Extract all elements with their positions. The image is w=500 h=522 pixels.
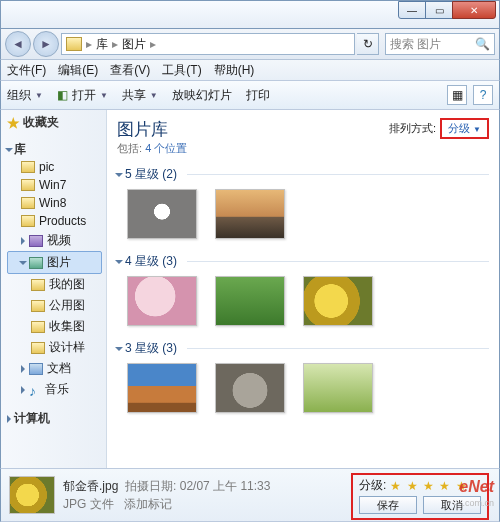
- group-5star: 5 星级 (2): [117, 166, 489, 243]
- details-rating-block: 分级: ★ ★ ★ ★ ★ 保存 取消: [351, 473, 489, 520]
- breadcrumb-lib[interactable]: 图片: [122, 36, 146, 53]
- details-tags-prompt[interactable]: 添加标记: [124, 497, 172, 511]
- thumbnail[interactable]: [127, 276, 197, 326]
- collapse-icon: [115, 347, 123, 351]
- thumbnail[interactable]: [215, 363, 285, 413]
- breadcrumb-sep-icon: ▸: [110, 37, 120, 51]
- refresh-button[interactable]: ↻: [357, 33, 379, 55]
- expand-icon: [21, 237, 25, 245]
- sidebar-libraries[interactable]: 库: [7, 141, 102, 158]
- details-date-value: 02/07 上午 11:33: [180, 479, 271, 493]
- sidebar-item-collect[interactable]: 收集图: [7, 316, 102, 337]
- chevron-down-icon: ▼: [473, 125, 481, 134]
- folder-icon: [31, 342, 45, 354]
- sidebar-item-pictures[interactable]: 图片: [7, 251, 102, 274]
- toolbar: 组织▼ ◧打开▼ 共享▼ 放映幻灯片 打印 ▦ ?: [0, 80, 500, 110]
- menu-tools[interactable]: 工具(T): [162, 62, 201, 79]
- sidebar-item-publicpics[interactable]: 公用图: [7, 295, 102, 316]
- sidebar-item-video[interactable]: 视频: [7, 230, 102, 251]
- search-icon: 🔍: [475, 37, 490, 51]
- collapse-icon: [115, 173, 123, 177]
- details-type: JPG 文件: [63, 497, 114, 511]
- cancel-button[interactable]: 取消: [423, 496, 481, 514]
- save-button[interactable]: 保存: [359, 496, 417, 514]
- sidebar-item-products[interactable]: Products: [7, 212, 102, 230]
- sort-control[interactable]: 排列方式: 分级 ▼: [389, 118, 489, 139]
- back-button[interactable]: ◄: [5, 31, 31, 57]
- sidebar-item-design[interactable]: 设计样: [7, 337, 102, 358]
- group-header[interactable]: 4 星级 (3): [117, 253, 489, 270]
- search-placeholder: 搜索 图片: [390, 36, 441, 53]
- sidebar-item-docs[interactable]: 文档: [7, 358, 102, 379]
- close-button[interactable]: ✕: [452, 1, 496, 19]
- pictures-icon: [29, 257, 43, 269]
- folder-icon: [21, 197, 35, 209]
- thumbnail[interactable]: [215, 189, 285, 239]
- navbar: ◄ ► ▸ 库 ▸ 图片 ▸ ↻ 搜索 图片 🔍: [0, 28, 500, 60]
- sidebar-item-pic[interactable]: pic: [7, 158, 102, 176]
- details-filename: 郁金香.jpg: [63, 479, 118, 493]
- rating-stars[interactable]: ★ ★ ★ ★ ★: [390, 479, 467, 493]
- sidebar-computer[interactable]: 计算机: [7, 410, 102, 427]
- divider: [187, 348, 489, 349]
- print-button[interactable]: 打印: [246, 87, 270, 104]
- chevron-down-icon: ▼: [150, 91, 158, 100]
- thumbnail[interactable]: [215, 276, 285, 326]
- window-controls: — ▭ ✕: [399, 1, 496, 19]
- menubar: 文件(F) 编辑(E) 查看(V) 工具(T) 帮助(H): [0, 60, 500, 80]
- share-button[interactable]: 共享▼: [122, 87, 158, 104]
- sidebar-item-win8[interactable]: Win8: [7, 194, 102, 212]
- folder-icon: [31, 321, 45, 333]
- library-title: 图片库: [117, 118, 187, 141]
- thumbnail[interactable]: [127, 363, 197, 413]
- menu-view[interactable]: 查看(V): [110, 62, 150, 79]
- breadcrumb-root[interactable]: 库: [96, 36, 108, 53]
- folder-icon: [31, 300, 45, 312]
- folder-icon: [21, 179, 35, 191]
- thumbnail[interactable]: [303, 276, 373, 326]
- address-bar[interactable]: ▸ 库 ▸ 图片 ▸: [61, 33, 355, 55]
- sidebar-favorites[interactable]: ★收藏夹: [7, 114, 102, 131]
- sort-value[interactable]: 分级 ▼: [440, 118, 489, 139]
- maximize-button[interactable]: ▭: [425, 1, 453, 19]
- expand-icon: [19, 261, 27, 265]
- details-meta: 郁金香.jpg 拍摄日期: 02/07 上午 11:33 JPG 文件 添加标记: [63, 477, 270, 513]
- group-4star: 4 星级 (3): [117, 253, 489, 330]
- library-locations-link[interactable]: 4 个位置: [145, 142, 187, 154]
- minimize-button[interactable]: —: [398, 1, 426, 19]
- forward-button[interactable]: ►: [33, 31, 59, 57]
- explorer-main: ★收藏夹 库 pic Win7 Win8 Products 视频 图片 我的图 …: [0, 110, 500, 468]
- menu-file[interactable]: 文件(F): [7, 62, 46, 79]
- documents-icon: [29, 363, 43, 375]
- breadcrumb-sep-icon: ▸: [148, 37, 158, 51]
- rating-label: 分级:: [359, 477, 386, 494]
- library-subtitle: 包括: 4 个位置: [117, 141, 187, 156]
- sidebar-item-win7[interactable]: Win7: [7, 176, 102, 194]
- folder-icon: [21, 161, 35, 173]
- details-date-label: 拍摄日期:: [125, 479, 176, 493]
- music-icon: [29, 383, 41, 397]
- slideshow-button[interactable]: 放映幻灯片: [172, 87, 232, 104]
- search-input[interactable]: 搜索 图片 🔍: [385, 33, 495, 55]
- details-thumbnail: [9, 476, 55, 514]
- organize-button[interactable]: 组织▼: [7, 87, 43, 104]
- thumbnail[interactable]: [127, 189, 197, 239]
- sidebar-item-mypics[interactable]: 我的图: [7, 274, 102, 295]
- group-header[interactable]: 5 星级 (2): [117, 166, 489, 183]
- view-mode-button[interactable]: ▦: [447, 85, 467, 105]
- open-button[interactable]: ◧打开▼: [57, 87, 108, 104]
- group-header[interactable]: 3 星级 (3): [117, 340, 489, 357]
- folder-icon: [31, 279, 45, 291]
- menu-help[interactable]: 帮助(H): [214, 62, 255, 79]
- thumbnail[interactable]: [303, 363, 373, 413]
- sidebar-item-music[interactable]: 音乐: [7, 379, 102, 400]
- expand-icon: [21, 365, 25, 373]
- help-button[interactable]: ?: [473, 85, 493, 105]
- expand-icon: [21, 386, 25, 394]
- details-pane: 郁金香.jpg 拍摄日期: 02/07 上午 11:33 JPG 文件 添加标记…: [0, 468, 500, 522]
- chevron-down-icon: ▼: [35, 91, 43, 100]
- menu-edit[interactable]: 编辑(E): [58, 62, 98, 79]
- video-icon: [29, 235, 43, 247]
- divider: [187, 261, 489, 262]
- chevron-down-icon: ▼: [100, 91, 108, 100]
